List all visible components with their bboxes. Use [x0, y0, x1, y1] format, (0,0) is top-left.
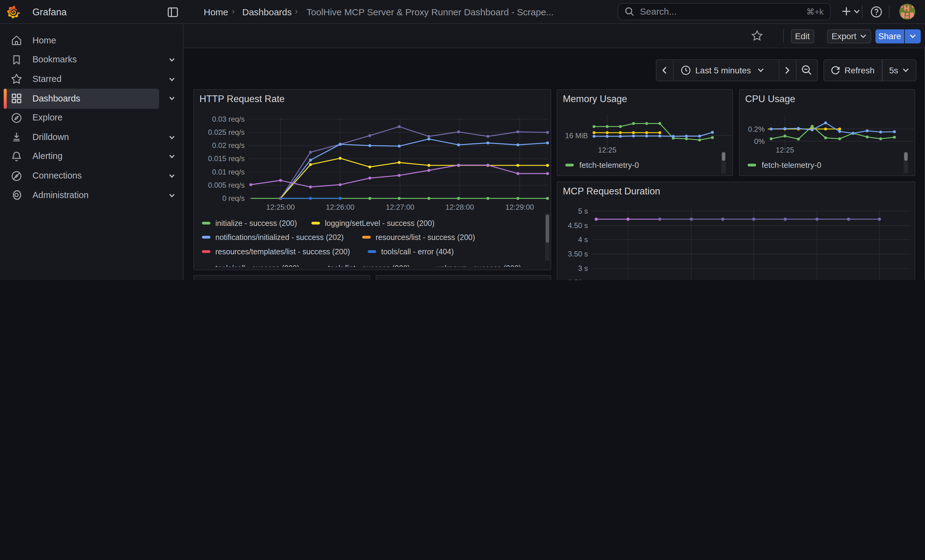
- svg-text:12:27:00: 12:27:00: [386, 203, 414, 211]
- svg-text:4 s: 4 s: [578, 236, 588, 244]
- svg-text:16 MiB: 16 MiB: [565, 131, 588, 140]
- svg-text:fetch-telemetry-0: fetch-telemetry-0: [762, 161, 821, 170]
- svg-text:12:28:00: 12:28:00: [445, 203, 474, 211]
- svg-text:12:25: 12:25: [598, 146, 616, 154]
- svg-text:resources/templates/list - suc: resources/templates/list - success (200): [215, 247, 350, 256]
- svg-text:3 s: 3 s: [578, 264, 588, 272]
- svg-text:4.50 s: 4.50 s: [568, 221, 588, 230]
- svg-text:12:29:00: 12:29:00: [505, 203, 534, 211]
- svg-text:12:26:00: 12:26:00: [326, 203, 354, 211]
- svg-text:12:25:00: 12:25:00: [266, 203, 295, 211]
- svg-text:0.025 req/s: 0.025 req/s: [208, 128, 245, 136]
- svg-text:0.02 req/s: 0.02 req/s: [212, 141, 245, 150]
- svg-text:0.03 req/s: 0.03 req/s: [212, 115, 245, 123]
- svg-text:initialize - success (200): initialize - success (200): [215, 219, 297, 227]
- svg-text:3.50 s: 3.50 s: [568, 250, 588, 258]
- svg-text:0 req/s: 0 req/s: [222, 194, 245, 203]
- svg-text:resources/list - success (200): resources/list - success (200): [376, 233, 475, 242]
- svg-text:5 s: 5 s: [578, 207, 588, 215]
- svg-text:0.015 req/s: 0.015 req/s: [208, 155, 245, 163]
- svg-text:2.50 s: 2.50 s: [568, 278, 588, 280]
- svg-text:0.01 req/s: 0.01 req/s: [212, 168, 245, 176]
- svg-text:0%: 0%: [754, 137, 765, 146]
- svg-text:notifications/initialized - su: notifications/initialized - success (202…: [215, 233, 344, 242]
- svg-text:logging/setLevel - success (20: logging/setLevel - success (200): [325, 219, 435, 227]
- svg-text:12:25: 12:25: [776, 146, 794, 154]
- svg-text:0.2%: 0.2%: [748, 125, 765, 133]
- svg-text:fetch-telemetry-0: fetch-telemetry-0: [579, 161, 639, 170]
- svg-text:0.005 req/s: 0.005 req/s: [208, 181, 245, 189]
- svg-text:tools/call - error (404): tools/call - error (404): [381, 247, 454, 256]
